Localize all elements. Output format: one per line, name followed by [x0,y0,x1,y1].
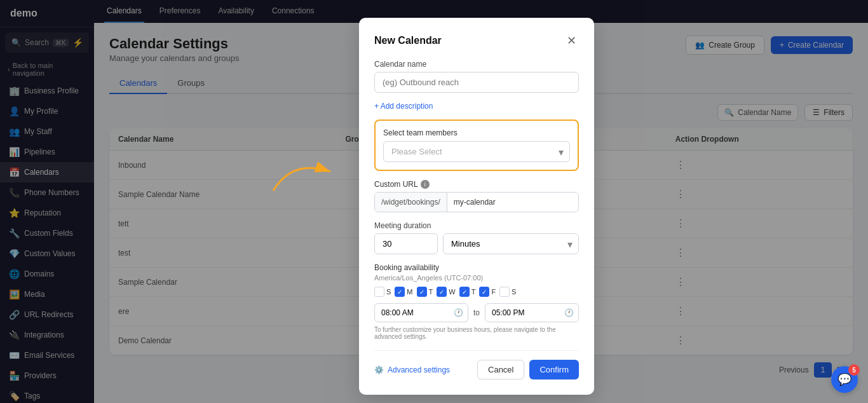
select-team-wrapper: Please Select [383,141,570,162]
to-label: to [473,308,480,317]
day-sunday: S [374,287,391,297]
chat-icon: 💬 [837,372,851,386]
duration-unit-wrapper: Minutes [443,233,579,254]
calendar-name-group: Calendar name [374,60,579,93]
wednesday-checkbox[interactable]: ✓ [437,287,447,297]
end-time-wrapper: 🕐 [485,303,579,322]
sunday-checkbox[interactable] [374,287,384,297]
tuesday-checkbox[interactable]: ✓ [417,287,427,297]
start-time-wrapper: 🕐 [374,303,468,322]
clock-icon: 🕐 [454,308,463,317]
calendar-name-input[interactable] [374,72,579,93]
url-input-group: /widget/bookings/ [374,192,579,212]
team-members-select[interactable]: Please Select [383,141,570,162]
modal-close-button[interactable]: ✕ [564,33,579,48]
settings-gear-icon: ⚙️ [374,365,384,374]
chat-badge: 5 [848,364,860,376]
advanced-settings-link[interactable]: ⚙️ Advanced settings [374,365,450,374]
calendar-name-label: Calendar name [374,60,579,69]
day-saturday: S [499,287,516,297]
meeting-duration-label: Meeting duration [374,221,579,230]
availability-note: To further customize your business hours… [374,326,579,340]
confirm-button[interactable]: Confirm [529,360,579,379]
monday-checkbox[interactable]: ✓ [395,287,405,297]
url-prefix: /widget/bookings/ [375,193,447,212]
meeting-duration-group: Meeting duration Minutes [374,221,579,254]
modal-footer: ⚙️ Advanced settings Cancel Confirm [374,350,579,379]
friday-checkbox[interactable]: ✓ [479,287,489,297]
modal-overlay[interactable]: New Calendar ✕ Calendar name + Add descr… [0,0,868,403]
clock-end-icon: 🕐 [564,308,574,317]
select-team-label: Select team members [383,128,570,137]
select-team-box: Select team members Please Select [374,120,579,171]
modal-actions: Cancel Confirm [477,360,579,379]
duration-number-input[interactable] [374,233,438,254]
modal-title: New Calendar [374,35,442,46]
new-calendar-modal: New Calendar ✕ Calendar name + Add descr… [359,18,594,395]
add-description-link[interactable]: + Add description [374,102,579,111]
modal-header: New Calendar ✕ [374,33,579,48]
duration-unit-select[interactable]: Minutes [443,233,579,254]
thursday-checkbox[interactable]: ✓ [459,287,470,297]
booking-availability-section: Booking availability America/Los_Angeles… [374,263,579,340]
arrow-annotation [267,146,343,197]
custom-url-label: Custom URL i [374,180,579,189]
url-suffix-input[interactable] [447,193,578,212]
day-wednesday: ✓ W [437,287,455,297]
day-thursday: ✓ T [459,287,476,297]
day-checkboxes: S ✓ M ✓ T ✓ W ✓ T ✓ [374,287,579,297]
info-icon: i [421,180,430,189]
day-monday: ✓ M [395,287,412,297]
day-friday: ✓ F [479,287,496,297]
booking-availability-label: Booking availability [374,263,579,272]
saturday-checkbox[interactable] [499,287,510,297]
timezone-label: America/Los_Angeles (UTC-07:00) [374,274,579,282]
day-tuesday: ✓ T [417,287,433,297]
chat-bubble[interactable]: 💬 5 [831,366,858,393]
custom-url-group: Custom URL i /widget/bookings/ [374,180,579,212]
cancel-button[interactable]: Cancel [477,360,524,379]
time-range: 🕐 to 🕐 [374,303,579,322]
duration-inputs: Minutes [374,233,579,254]
